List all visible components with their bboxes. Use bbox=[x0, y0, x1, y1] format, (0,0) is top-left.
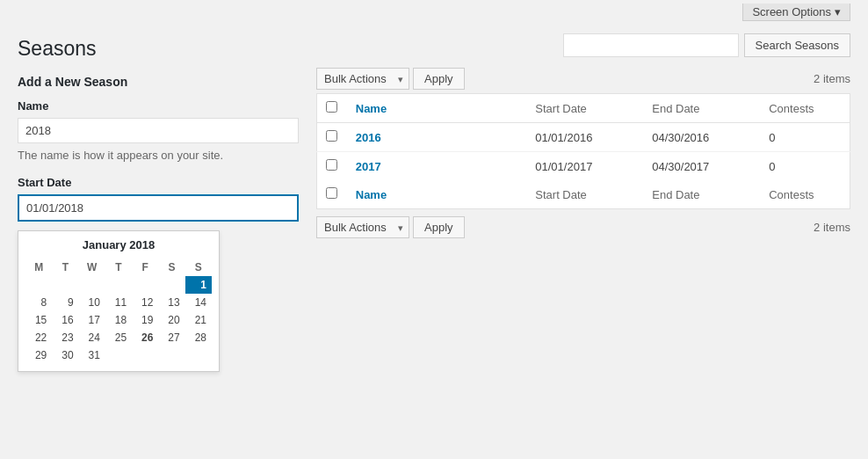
row-checkbox-1[interactable] bbox=[326, 159, 337, 171]
cal-day-12[interactable]: 12 bbox=[132, 294, 158, 311]
cal-cell bbox=[132, 346, 158, 364]
calendar-week-2: 8 9 10 11 12 13 14 bbox=[25, 294, 212, 311]
table-header-row: Name Start Date End Date Contests bbox=[317, 94, 850, 123]
weekday-wed: W bbox=[79, 259, 105, 276]
cal-cell bbox=[105, 346, 132, 364]
search-seasons-button[interactable]: Search Seasons bbox=[744, 33, 850, 57]
cal-day-17[interactable]: 17 bbox=[79, 311, 105, 329]
season-link-2016[interactable]: 2016 bbox=[356, 131, 381, 144]
add-season-title: Add a New Season bbox=[18, 75, 299, 89]
weekday-tue: T bbox=[52, 259, 78, 276]
weekday-fri: F bbox=[132, 259, 158, 276]
table-header-end-date: End Date bbox=[643, 94, 760, 123]
cal-day-24[interactable]: 24 bbox=[79, 329, 105, 346]
row-name-cell: 2016 bbox=[347, 123, 527, 152]
cal-day-25[interactable]: 25 bbox=[105, 329, 132, 346]
cal-day-27[interactable]: 27 bbox=[158, 329, 184, 346]
apply-button-bottom[interactable]: Apply bbox=[413, 216, 465, 238]
bulk-actions-select-wrapper[interactable]: Bulk Actions bbox=[316, 68, 409, 90]
cal-day-26[interactable]: 26 bbox=[132, 329, 158, 346]
item-count-bottom: 2 items bbox=[814, 221, 850, 234]
apply-button-top[interactable]: Apply bbox=[413, 68, 465, 90]
cal-day-28[interactable]: 28 bbox=[185, 329, 212, 346]
start-date-input[interactable] bbox=[18, 194, 299, 222]
bottom-toolbar-left: Bulk Actions Apply bbox=[316, 216, 465, 238]
cal-day-18[interactable]: 18 bbox=[105, 311, 132, 329]
calendar: January 2018 M T W T F S S bbox=[18, 230, 220, 372]
select-all-checkbox[interactable] bbox=[326, 101, 337, 113]
cal-day-23[interactable]: 23 bbox=[52, 329, 78, 346]
bulk-actions-select-bottom[interactable]: Bulk Actions bbox=[317, 217, 409, 237]
screen-options-button[interactable]: Screen Options ▾ bbox=[742, 4, 850, 21]
seasons-table: Name Start Date End Date Contests 2016 0… bbox=[316, 93, 850, 209]
table-header-checkbox bbox=[317, 94, 347, 123]
table-footer-checkbox bbox=[317, 180, 347, 209]
calendar-week-3: 15 16 17 18 19 20 21 bbox=[25, 311, 212, 329]
cal-cell bbox=[132, 276, 158, 294]
table-header-contests: Contests bbox=[760, 94, 850, 123]
row-name-cell: 2017 bbox=[347, 152, 527, 181]
cal-day-21[interactable]: 21 bbox=[185, 311, 212, 329]
item-count-top: 2 items bbox=[814, 72, 850, 85]
page-wrapper: Screen Options ▾ Seasons Add a New Seaso… bbox=[0, 0, 868, 459]
table-footer-name-label[interactable]: Name bbox=[356, 188, 387, 201]
calendar-header: January 2018 bbox=[25, 238, 212, 251]
season-link-2017[interactable]: 2017 bbox=[356, 160, 381, 173]
main-content: Seasons Add a New Season Name The name i… bbox=[0, 25, 868, 390]
cal-day-8[interactable]: 8 bbox=[25, 294, 52, 311]
cal-day-31[interactable]: 31 bbox=[79, 346, 105, 364]
weekday-thu: T bbox=[105, 259, 132, 276]
right-panel: Search Seasons Bulk Actions Apply 2 item… bbox=[316, 33, 850, 372]
table-footer-name: Name bbox=[347, 180, 527, 209]
row-start-date-cell: 01/01/2016 bbox=[526, 123, 643, 152]
cal-day-15[interactable]: 15 bbox=[25, 311, 52, 329]
cal-day-1[interactable]: 1 bbox=[185, 276, 212, 294]
cal-day-13[interactable]: 13 bbox=[158, 294, 184, 311]
row-checkbox-0[interactable] bbox=[326, 130, 337, 142]
search-input[interactable] bbox=[563, 33, 739, 57]
calendar-week-5: 29 30 31 bbox=[25, 346, 212, 364]
bulk-actions-select[interactable]: Bulk Actions bbox=[317, 69, 409, 89]
table-row: 2016 01/01/2016 04/30/2016 0 bbox=[317, 123, 850, 152]
cal-day-10[interactable]: 10 bbox=[79, 294, 105, 311]
page-title: Seasons bbox=[18, 37, 299, 61]
cal-cell bbox=[25, 276, 52, 294]
table-header-start-date: Start Date bbox=[526, 94, 643, 123]
cal-cell bbox=[52, 276, 78, 294]
weekday-mon: M bbox=[25, 259, 52, 276]
cal-day-9[interactable]: 9 bbox=[52, 294, 78, 311]
cal-day-22[interactable]: 22 bbox=[25, 329, 52, 346]
toolbar-left: Bulk Actions Apply bbox=[316, 68, 465, 90]
name-input[interactable] bbox=[18, 118, 299, 143]
table-header-name: Name bbox=[347, 94, 527, 123]
select-all-checkbox-bottom[interactable] bbox=[326, 187, 337, 199]
start-date-label: Start Date bbox=[18, 176, 299, 189]
calendar-week-1: 1 bbox=[25, 276, 212, 294]
weekday-sun: S bbox=[185, 259, 212, 276]
table-footer-row: Name Start Date End Date Contests bbox=[317, 180, 850, 209]
weekday-sat: S bbox=[158, 259, 184, 276]
table-header-name-label[interactable]: Name bbox=[356, 102, 387, 115]
cal-day-20[interactable]: 20 bbox=[158, 311, 184, 329]
cal-day-11[interactable]: 11 bbox=[105, 294, 132, 311]
cal-day-30[interactable]: 30 bbox=[52, 346, 78, 364]
cal-day-16[interactable]: 16 bbox=[52, 311, 78, 329]
table-footer-start-date: Start Date bbox=[526, 180, 643, 209]
row-contests-cell: 0 bbox=[760, 123, 850, 152]
table-footer-contests: Contests bbox=[760, 180, 850, 209]
calendar-grid: M T W T F S S bbox=[25, 259, 212, 364]
top-toolbar: Bulk Actions Apply 2 items bbox=[316, 68, 850, 90]
cal-day-14[interactable]: 14 bbox=[185, 294, 212, 311]
cal-day-29[interactable]: 29 bbox=[25, 346, 52, 364]
cal-cell bbox=[158, 276, 184, 294]
row-contests-cell: 0 bbox=[760, 152, 850, 181]
chevron-down-icon: ▾ bbox=[835, 5, 841, 18]
row-start-date-cell: 01/01/2017 bbox=[526, 152, 643, 181]
row-checkbox-cell bbox=[317, 123, 347, 152]
cal-day-19[interactable]: 19 bbox=[132, 311, 158, 329]
table-footer-end-date: End Date bbox=[643, 180, 760, 209]
cal-cell bbox=[158, 346, 184, 364]
cal-cell bbox=[105, 276, 132, 294]
cal-cell bbox=[79, 276, 105, 294]
bulk-actions-select-wrapper-bottom[interactable]: Bulk Actions bbox=[316, 216, 409, 238]
